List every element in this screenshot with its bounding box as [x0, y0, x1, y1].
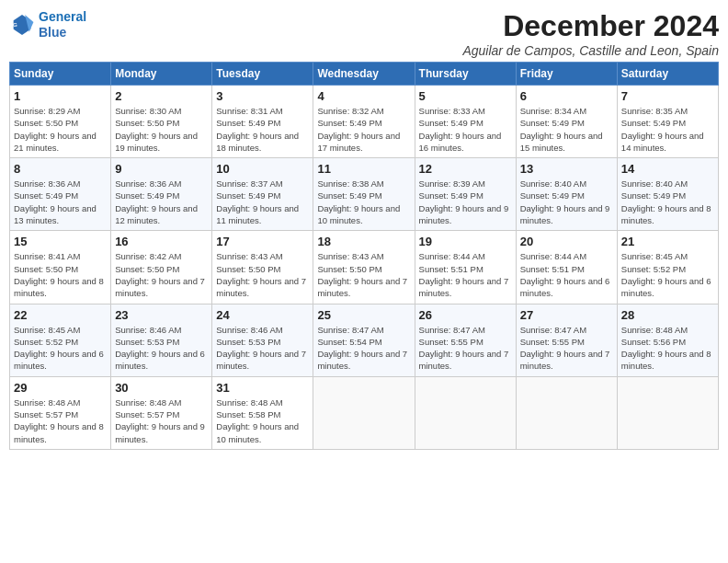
header-sunday: Sunday [10, 63, 111, 86]
calendar-cell [415, 376, 516, 449]
week-row-1: 1Sunrise: 8:29 AMSunset: 5:50 PMDaylight… [10, 86, 719, 158]
day-info: Sunrise: 8:44 AMSunset: 5:51 PMDaylight:… [520, 250, 613, 299]
logo-icon: G [9, 12, 35, 38]
day-number: 31 [216, 381, 309, 395]
page-header: G General Blue December 2024 Aguilar de … [9, 9, 719, 58]
day-info: Sunrise: 8:29 AMSunset: 5:50 PMDaylight:… [14, 105, 107, 154]
day-info: Sunrise: 8:46 AMSunset: 5:53 PMDaylight:… [115, 324, 208, 373]
day-info: Sunrise: 8:47 AMSunset: 5:55 PMDaylight:… [419, 324, 512, 373]
day-number: 1 [14, 89, 107, 103]
calendar-cell: 2Sunrise: 8:30 AMSunset: 5:50 PMDaylight… [111, 86, 212, 158]
day-info: Sunrise: 8:35 AMSunset: 5:49 PMDaylight:… [621, 105, 714, 154]
day-info: Sunrise: 8:30 AMSunset: 5:50 PMDaylight:… [115, 105, 208, 154]
calendar-cell: 23Sunrise: 8:46 AMSunset: 5:53 PMDayligh… [111, 304, 212, 376]
day-info: Sunrise: 8:47 AMSunset: 5:54 PMDaylight:… [317, 324, 410, 373]
day-number: 11 [317, 162, 410, 176]
header-wednesday: Wednesday [313, 63, 415, 86]
calendar-cell: 27Sunrise: 8:47 AMSunset: 5:55 PMDayligh… [516, 304, 617, 376]
calendar-cell: 29Sunrise: 8:48 AMSunset: 5:57 PMDayligh… [10, 376, 111, 449]
calendar-cell: 24Sunrise: 8:46 AMSunset: 5:53 PMDayligh… [212, 304, 313, 376]
calendar-cell: 5Sunrise: 8:33 AMSunset: 5:49 PMDaylight… [415, 86, 516, 158]
calendar-cell: 4Sunrise: 8:32 AMSunset: 5:49 PMDaylight… [313, 86, 415, 158]
day-info: Sunrise: 8:38 AMSunset: 5:49 PMDaylight:… [317, 178, 410, 226]
day-info: Sunrise: 8:31 AMSunset: 5:49 PMDaylight:… [216, 105, 309, 154]
calendar-cell: 13Sunrise: 8:40 AMSunset: 5:49 PMDayligh… [516, 158, 617, 231]
day-number: 9 [115, 162, 208, 176]
calendar-cell: 7Sunrise: 8:35 AMSunset: 5:49 PMDaylight… [617, 86, 718, 158]
day-info: Sunrise: 8:48 AMSunset: 5:58 PMDaylight:… [216, 396, 309, 445]
day-info: Sunrise: 8:45 AMSunset: 5:52 PMDaylight:… [621, 250, 714, 299]
day-info: Sunrise: 8:47 AMSunset: 5:55 PMDaylight:… [520, 324, 613, 373]
day-number: 20 [520, 235, 613, 248]
day-info: Sunrise: 8:43 AMSunset: 5:50 PMDaylight:… [317, 250, 410, 299]
calendar-cell: 3Sunrise: 8:31 AMSunset: 5:49 PMDaylight… [212, 86, 313, 158]
day-info: Sunrise: 8:43 AMSunset: 5:50 PMDaylight:… [216, 250, 309, 299]
header-monday: Monday [111, 63, 212, 86]
day-number: 30 [115, 381, 208, 395]
calendar-cell: 10Sunrise: 8:37 AMSunset: 5:49 PMDayligh… [212, 158, 313, 231]
calendar-cell: 8Sunrise: 8:36 AMSunset: 5:49 PMDaylight… [10, 158, 111, 231]
day-info: Sunrise: 8:40 AMSunset: 5:49 PMDaylight:… [520, 178, 613, 226]
day-info: Sunrise: 8:41 AMSunset: 5:50 PMDaylight:… [14, 250, 107, 299]
day-number: 6 [520, 89, 613, 103]
month-title: December 2024 [462, 9, 719, 43]
calendar-cell: 19Sunrise: 8:44 AMSunset: 5:51 PMDayligh… [415, 231, 516, 304]
day-info: Sunrise: 8:32 AMSunset: 5:49 PMDaylight:… [317, 105, 410, 154]
header-thursday: Thursday [415, 63, 516, 86]
title-block: December 2024 Aguilar de Campos, Castill… [462, 9, 719, 58]
calendar-cell: 15Sunrise: 8:41 AMSunset: 5:50 PMDayligh… [10, 231, 111, 304]
subtitle: Aguilar de Campos, Castille and Leon, Sp… [462, 43, 719, 58]
day-info: Sunrise: 8:45 AMSunset: 5:52 PMDaylight:… [14, 324, 107, 373]
week-row-2: 8Sunrise: 8:36 AMSunset: 5:49 PMDaylight… [10, 158, 719, 231]
day-number: 24 [216, 308, 309, 322]
day-number: 14 [621, 162, 714, 176]
calendar-cell: 30Sunrise: 8:48 AMSunset: 5:57 PMDayligh… [111, 376, 212, 449]
calendar-cell: 11Sunrise: 8:38 AMSunset: 5:49 PMDayligh… [313, 158, 415, 231]
day-number: 10 [216, 162, 309, 176]
day-info: Sunrise: 8:40 AMSunset: 5:49 PMDaylight:… [621, 178, 714, 226]
day-info: Sunrise: 8:37 AMSunset: 5:49 PMDaylight:… [216, 178, 309, 226]
calendar-cell: 31Sunrise: 8:48 AMSunset: 5:58 PMDayligh… [212, 376, 313, 449]
day-info: Sunrise: 8:44 AMSunset: 5:51 PMDaylight:… [419, 250, 512, 299]
day-number: 25 [317, 308, 410, 322]
day-number: 28 [621, 308, 714, 322]
calendar-cell [516, 376, 617, 449]
day-number: 21 [621, 235, 714, 248]
day-number: 2 [115, 89, 208, 103]
day-number: 26 [419, 308, 512, 322]
day-number: 23 [115, 308, 208, 322]
logo: G General Blue [9, 9, 86, 40]
day-number: 17 [216, 235, 309, 248]
calendar-table: SundayMondayTuesdayWednesdayThursdayFrid… [9, 62, 719, 450]
calendar-cell: 12Sunrise: 8:39 AMSunset: 5:49 PMDayligh… [415, 158, 516, 231]
day-number: 7 [621, 89, 714, 103]
day-number: 19 [419, 235, 512, 248]
day-info: Sunrise: 8:39 AMSunset: 5:49 PMDaylight:… [419, 178, 512, 226]
day-number: 4 [317, 89, 410, 103]
day-info: Sunrise: 8:33 AMSunset: 5:49 PMDaylight:… [419, 105, 512, 154]
day-number: 15 [14, 235, 107, 248]
day-number: 18 [317, 235, 410, 248]
calendar-cell: 18Sunrise: 8:43 AMSunset: 5:50 PMDayligh… [313, 231, 415, 304]
day-number: 5 [419, 89, 512, 103]
calendar-cell [617, 376, 718, 449]
calendar-cell: 14Sunrise: 8:40 AMSunset: 5:49 PMDayligh… [617, 158, 718, 231]
calendar-cell: 25Sunrise: 8:47 AMSunset: 5:54 PMDayligh… [313, 304, 415, 376]
day-number: 13 [520, 162, 613, 176]
day-number: 29 [14, 381, 107, 395]
day-number: 12 [419, 162, 512, 176]
calendar-cell: 6Sunrise: 8:34 AMSunset: 5:49 PMDaylight… [516, 86, 617, 158]
day-number: 27 [520, 308, 613, 322]
day-info: Sunrise: 8:48 AMSunset: 5:56 PMDaylight:… [621, 324, 714, 373]
day-number: 3 [216, 89, 309, 103]
day-info: Sunrise: 8:48 AMSunset: 5:57 PMDaylight:… [14, 396, 107, 445]
calendar-cell: 9Sunrise: 8:36 AMSunset: 5:49 PMDaylight… [111, 158, 212, 231]
day-info: Sunrise: 8:48 AMSunset: 5:57 PMDaylight:… [115, 396, 208, 445]
calendar-cell: 20Sunrise: 8:44 AMSunset: 5:51 PMDayligh… [516, 231, 617, 304]
calendar-cell: 22Sunrise: 8:45 AMSunset: 5:52 PMDayligh… [10, 304, 111, 376]
header-tuesday: Tuesday [212, 63, 313, 86]
calendar-cell: 28Sunrise: 8:48 AMSunset: 5:56 PMDayligh… [617, 304, 718, 376]
logo-line2: Blue [39, 25, 66, 40]
calendar-cell: 17Sunrise: 8:43 AMSunset: 5:50 PMDayligh… [212, 231, 313, 304]
calendar-cell: 16Sunrise: 8:42 AMSunset: 5:50 PMDayligh… [111, 231, 212, 304]
